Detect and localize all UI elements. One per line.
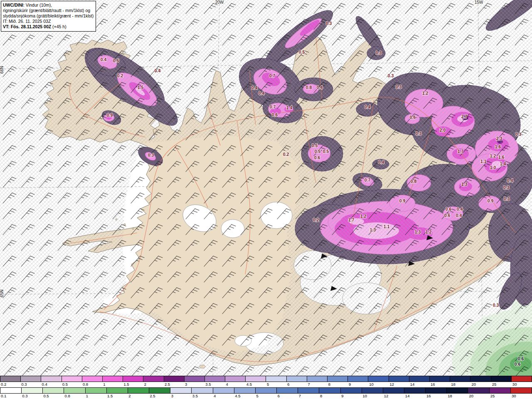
precip-max-label: 0.4 <box>456 213 462 218</box>
colorbar-cell <box>123 376 143 382</box>
precip-max-label: 0.4 <box>378 160 384 165</box>
precip-max-label: 1.1 <box>384 224 390 229</box>
precip-max-label: 0.7 <box>365 177 371 182</box>
colorbar-cell <box>0 388 22 393</box>
precip-max-label: 0.3 <box>504 196 510 201</box>
precip-max-label: 0.8 <box>306 85 312 90</box>
graticule-label: 65N <box>0 290 4 297</box>
colorbar-tick-label: 0.4 <box>41 382 61 387</box>
colorbar-cell <box>143 376 164 382</box>
colorbar-cell <box>511 388 532 393</box>
graticule-label: 66N <box>0 66 4 74</box>
precip-max-label: 1.6 <box>498 155 505 160</box>
precip-max-label: 1.3 <box>461 182 468 187</box>
precip-max-label: 0.5 <box>113 58 119 63</box>
precip-max-label: 0.4 <box>365 104 371 109</box>
colorbar-tick-label: 4 <box>213 394 234 399</box>
precip-max-label: 0.6 <box>515 362 521 367</box>
precip-max-label: 0.3 <box>388 73 394 78</box>
precip-max-label: 1.1 <box>480 159 487 164</box>
precip-max-label: 1.4 <box>286 105 293 110</box>
precip-max-label: 0.2 <box>313 217 319 222</box>
colorbar-tick-label: 30 <box>511 394 532 399</box>
precip-max-label: 0.4 <box>317 85 323 90</box>
colorbar-cell <box>470 376 491 382</box>
precip-max-label: 0.8 <box>411 179 417 184</box>
colorbar-tick-label: 4.5 <box>246 382 266 387</box>
precip-max-label: 0.3 <box>416 131 422 136</box>
precip-max-label: 0.2 <box>117 73 123 78</box>
colorbar-cell <box>266 376 286 382</box>
colorbar-cell <box>213 388 234 393</box>
colorbar-tick-label: 5 <box>266 382 286 387</box>
colorbar-tick-label: 7 <box>298 394 319 399</box>
colorbar-tick-label: 20 <box>470 382 491 387</box>
colorbar-tick-label: 1 <box>85 394 106 399</box>
legend-line-2: rigning/skúrir (grænt/blátt/rautt - mm/1… <box>3 8 94 13</box>
legend-line-3: slydda/snjókoma (grátt/bleikt/grænt - mm… <box>3 13 94 19</box>
colorbar-cell <box>86 388 107 393</box>
weather-map-svg: 20W15W66N65N 0.30.40.50.20.41.50.90.50.7… <box>0 0 532 376</box>
colorbar-1-cells <box>0 387 532 394</box>
colorbar-cell <box>277 388 298 393</box>
colorbar-cell <box>62 376 82 382</box>
colorbar-cell <box>205 376 225 382</box>
weather-forecast-page: 20W15W66N65N 0.30.40.50.20.41.50.90.50.7… <box>0 0 532 399</box>
colorbar-cell <box>512 376 532 382</box>
colorbar-cell <box>450 376 470 382</box>
colorbar-tick-label: 0.3 <box>20 382 41 387</box>
colorbar-cell <box>404 388 426 393</box>
colorbar-tick-label: 18 <box>450 382 470 387</box>
colorbar-legend: 0.20.30.40.50.811.522.533.544.5567891012… <box>0 376 532 399</box>
colorbar-tick-label: 2 <box>128 394 149 399</box>
colorbar-tick-label: 2.5 <box>149 394 170 399</box>
colorbar-tick-label: 12 <box>383 394 404 399</box>
colorbar-tick-label: 10 <box>368 382 389 387</box>
precip-max-label: 0.5 <box>315 149 321 154</box>
colorbar-tick-label: 0.8 <box>82 382 102 387</box>
colorbar-0-labels: 0.20.30.40.50.811.522.533.544.5567891012… <box>0 382 532 387</box>
precip-max-label: 0.3 <box>503 185 510 190</box>
colorbar-cell <box>319 388 340 393</box>
colorbar-tick-label: 0.5 <box>62 382 82 387</box>
colorbar-tick-label: 12 <box>389 382 409 387</box>
colorbar-cell <box>225 376 246 382</box>
colorbar-cell <box>234 388 256 393</box>
precip-max-label: 0.9 <box>107 113 113 118</box>
precip-max-label: 1.2 <box>422 91 429 96</box>
colorbar-cell <box>103 376 123 382</box>
forecast-info-box: UWC/DINI: Vindur (10m), rigning/skúrir (… <box>1 1 96 32</box>
wind-barb-field <box>0 0 532 376</box>
colorbar-tick-label: 8 <box>328 382 348 387</box>
colorbar-tick-label: 0.8 <box>64 394 85 399</box>
colorbar-cell <box>328 376 348 382</box>
precip-max-label: 1.6 <box>495 144 501 149</box>
colorbar-0-cells <box>0 376 532 382</box>
precip-max-label: 0.3 <box>326 21 332 26</box>
legend-line-1: UWC/DINI: Vindur (10m), <box>3 2 94 8</box>
precip-max-label: 0.6 <box>446 207 452 212</box>
precip-max-label: 1.3 <box>370 227 376 232</box>
precip-max-label: 2.7 <box>461 114 468 119</box>
colorbar-tick-label: 20 <box>468 394 489 399</box>
colorbar-cell <box>389 376 409 382</box>
colorbar-cell <box>426 388 447 393</box>
colorbar-tick-label: 2 <box>143 382 164 387</box>
colorbar-cell <box>256 388 277 393</box>
colorbar-tick-label: 25 <box>491 382 512 387</box>
precip-max-label: 0.6 <box>444 213 451 218</box>
precip-max-label: 0.4 <box>259 91 265 96</box>
colorbar-1-labels: 0.10.30.50.811.522.533.544.5567891012141… <box>0 394 532 399</box>
colorbar-cell <box>383 388 404 393</box>
precip-max-label: 0.7 <box>270 104 276 109</box>
colorbar-cell <box>43 388 64 393</box>
colorbar-tick-label: 6 <box>286 382 307 387</box>
legend-variable: : Vindur (10m), <box>23 2 52 7</box>
precip-max-label: 0.3 <box>493 303 499 308</box>
colorbar-cell <box>447 388 468 393</box>
colorbar-tick-label: 14 <box>409 382 430 387</box>
precip-max-label: 1.2 <box>426 229 432 234</box>
precip-max-label: 0.3 <box>515 132 522 137</box>
precip-max-label: 1.2 <box>490 153 496 158</box>
colorbar-tick-label: 8 <box>319 394 340 399</box>
